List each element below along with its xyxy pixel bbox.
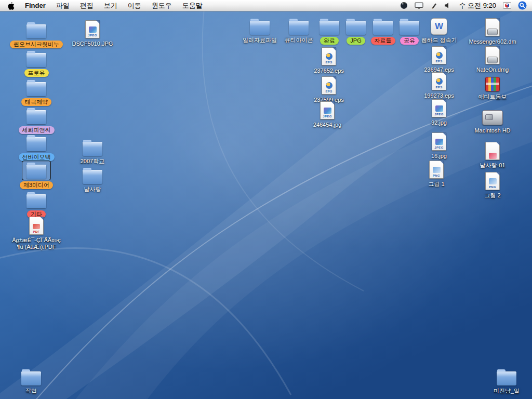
desktop-icon-appw[interactable]: W 웹하드 접속기 (414, 16, 464, 44)
dmg-icon (481, 46, 504, 65)
icon-label: Macintosh HD (474, 127, 510, 134)
icon-label: 미진냥_일 (494, 388, 520, 394)
eps-icon: EPS (317, 76, 340, 96)
menu-item-5[interactable]: 도움말 (177, 2, 208, 9)
menu-bar: Finder 파일편집보기이동윈도우도움말 (0, 0, 532, 11)
icon-label: 웹하드 접속기 (421, 37, 457, 44)
desktop-icon-folder[interactable]: 퀀오브시크릿비누 (11, 20, 61, 48)
folder-icon (22, 161, 51, 180)
jpeg-icon: JPEG (81, 20, 104, 39)
folder-icon (17, 367, 45, 387)
folder-icon (22, 190, 50, 209)
folder-icon (78, 165, 107, 185)
desktop-icon-eps[interactable]: EPS 199273.eps (414, 72, 464, 99)
desktop[interactable]: 퀀오브시크릿비누 프로유 태극제약 세화피앤씨 선바이오텍 제3미디어 기타 P… (0, 0, 532, 399)
desktop-icon-jpeg[interactable]: JPEG 246454.jpg (302, 101, 352, 128)
menu-bar-right: 수 오전 9:20 (400, 1, 527, 10)
menu-item-4[interactable]: 윈도우 (147, 2, 177, 9)
spotlight-icon[interactable] (518, 1, 527, 10)
appw-icon: W (427, 16, 451, 36)
folder-icon (22, 132, 50, 152)
icon-label: 남사랑-01 (480, 162, 506, 169)
desktop-icon-eps[interactable]: EPS 237599.eps (304, 76, 354, 103)
icon-label: 제3미디어 (20, 181, 53, 189)
apple-icon (7, 2, 15, 10)
folder-icon (22, 77, 50, 97)
icon-label: 2007학교 (81, 158, 104, 165)
folder-icon (22, 105, 50, 125)
desktop-icon-pdf[interactable]: PDF Àϱ±æÈ¯-ÇÏ´ÃÃ¤»ç¶û (ÀâÆí).PDF (11, 216, 61, 250)
icon-label: 퀀오브시크릿비누 (10, 41, 63, 48)
imgdoc-icon (481, 141, 504, 161)
desktop-icon-folder[interactable]: 미진냥_일 (482, 367, 531, 394)
menu-item-3[interactable]: 이동 (123, 2, 147, 9)
icon-label: 태극제약 (21, 98, 51, 106)
desktop-icon-jpeg[interactable]: JPEG 92.jpg (414, 99, 464, 126)
icon-label: 92.jpg (431, 119, 447, 126)
folder-icon (246, 16, 274, 36)
apple-menu[interactable] (5, 2, 20, 10)
folder-icon (22, 20, 50, 39)
jpeg-icon: JPEG (316, 101, 339, 121)
menu-bar-clock[interactable]: 수 오전 9:20 (459, 1, 496, 10)
icon-label: 그림 1 (428, 181, 444, 188)
desktop-icon-imgdoc[interactable]: 남사랑-01 (468, 141, 517, 169)
icon-label: 애디트돔보 (478, 94, 507, 100)
icon-label: Àϱ±æÈ¯-ÇÏ´ÃÃ¤»ç¶û (ÀâÆí).PDF (12, 237, 61, 250)
icon-label: 작업 (25, 388, 37, 394)
desktop-icon-folder[interactable]: 태극제약 (11, 77, 61, 106)
eps-icon: EPS (428, 72, 450, 91)
app-menu-finder[interactable]: Finder (20, 2, 51, 9)
desktop-icon-eps[interactable]: EPS 237652.eps (304, 47, 354, 74)
png-icon: PNG (425, 160, 448, 180)
pen-icon[interactable] (430, 2, 437, 9)
icon-label: DSCF5010.JPG (72, 41, 113, 47)
desktop-icon-folder[interactable]: 2007학교 (68, 137, 117, 165)
desktop-icon-png[interactable]: PNG 그림 2 (468, 171, 517, 199)
desktop-icon-folder[interactable]: 프로유 (11, 48, 61, 77)
icon-label: 일러자료파일 (243, 37, 277, 44)
desktop-icon-eps[interactable]: EPS 236947.eps (414, 46, 464, 73)
desktop-icon-hd[interactable]: Macintosh HD (468, 107, 517, 134)
menu-item-2[interactable]: 보기 (99, 2, 123, 9)
icon-label: 프로유 (24, 69, 49, 77)
eps-icon: EPS (428, 46, 450, 65)
ink-orb-icon[interactable] (400, 2, 408, 9)
folder-icon (22, 48, 50, 68)
desktop-icon-folder[interactable]: 제3미디어 (11, 161, 61, 189)
jpeg-icon: JPEG (428, 99, 450, 118)
menu-items: 파일편집보기이동윈도우도움말 (51, 1, 208, 10)
desktop-icon-jpeg[interactable]: JPEG 16.jpg (414, 132, 464, 159)
desktop-icon-folder[interactable]: 세화피앤씨 (11, 105, 61, 134)
icon-label: 그림 2 (484, 192, 500, 199)
icon-label: 선바이오텍 (19, 153, 55, 161)
gift-icon (481, 73, 504, 92)
jpeg-icon: JPEG (428, 132, 450, 152)
menu-bar-left: Finder 파일편집보기이동윈도우도움말 (5, 1, 208, 10)
desktop-icon-png[interactable]: PNG 그림 1 (411, 160, 461, 188)
volume-icon[interactable] (444, 2, 452, 9)
folder-icon (78, 137, 107, 157)
desktop-icon-folder[interactable]: 작업 (6, 367, 56, 394)
icon-label: 246454.jpg (313, 122, 341, 128)
desktop-icon-dmg[interactable]: NateOn.dmg (468, 46, 517, 73)
korean-flag-icon[interactable] (503, 2, 511, 9)
dmg-icon (481, 18, 504, 37)
desktop-icon-folder[interactable]: 남사랑 (68, 165, 117, 193)
desktop-icon-folder[interactable]: 기타 (11, 190, 61, 218)
eps-icon: EPS (317, 47, 340, 66)
menu-item-0[interactable]: 파일 (51, 2, 75, 9)
pdf-icon: PDF (25, 216, 48, 236)
desktop-icon-folder[interactable]: 선바이오텍 (11, 132, 61, 161)
hd-icon (478, 107, 507, 126)
icon-label: 16.jpg (431, 153, 447, 159)
icon-label: 237652.eps (314, 68, 344, 74)
menu-item-1[interactable]: 편집 (75, 2, 99, 9)
display-icon[interactable] (415, 2, 423, 9)
desktop-icon-gift[interactable]: 애디트돔보 (468, 73, 517, 100)
png-icon: PNG (481, 171, 504, 191)
folder-icon (493, 367, 521, 387)
icon-label: 남사랑 (84, 186, 101, 193)
desktop-icon-jpeg[interactable]: JPEG DSCF5010.JPG (68, 20, 117, 47)
